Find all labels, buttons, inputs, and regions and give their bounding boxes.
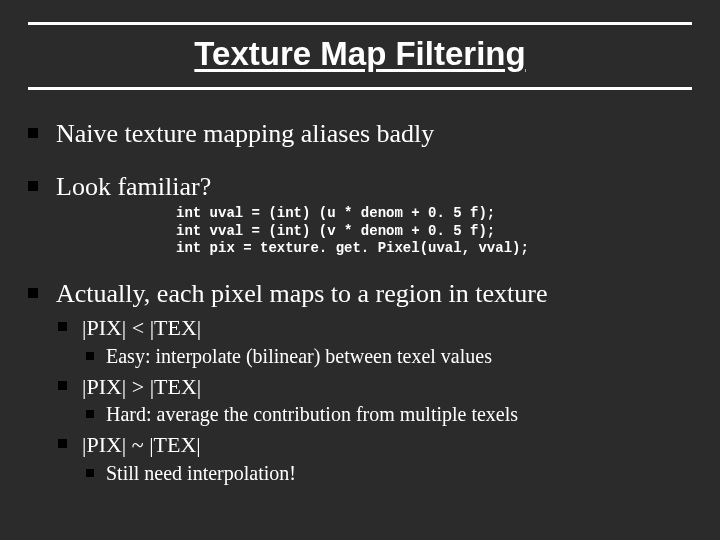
bullet-item: Actually, each pixel maps to a region in… [28, 278, 692, 486]
sub-sub-text: Hard: average the contribution from mult… [106, 403, 518, 425]
sub-sub-item: Hard: average the contribution from mult… [82, 402, 692, 427]
sub-text: |PIX| ~ |TEX| [82, 432, 201, 457]
bullet-text: Naive texture mapping aliases badly [56, 119, 434, 148]
sub-sub-text: Still need interpolation! [106, 462, 296, 484]
bullet-item: Naive texture mapping aliases badly [28, 118, 692, 151]
sub-text: |PIX| > |TEX| [82, 374, 201, 399]
bullet-text: Look familiar? [56, 172, 211, 201]
sub-item: |PIX| < |TEX| Easy: interpolate (bilinea… [56, 314, 692, 369]
bullet-item: Look familiar? int uval = (int) (u * den… [28, 171, 692, 258]
title-block: Texture Map Filtering [28, 22, 692, 90]
bullet-text: Actually, each pixel maps to a region in… [56, 279, 547, 308]
sub-item: |PIX| ~ |TEX| Still need interpolation! [56, 431, 692, 486]
code-block: int uval = (int) (u * denom + 0. 5 f); i… [176, 205, 692, 258]
slide-title: Texture Map Filtering [194, 35, 525, 72]
sub-sub-item: Easy: interpolate (bilinear) between tex… [82, 344, 692, 369]
sub-sub-list: Easy: interpolate (bilinear) between tex… [82, 344, 692, 369]
sub-list: |PIX| < |TEX| Easy: interpolate (bilinea… [56, 314, 692, 486]
sub-sub-text: Easy: interpolate (bilinear) between tex… [106, 345, 492, 367]
sub-sub-item: Still need interpolation! [82, 461, 692, 486]
sub-item: |PIX| > |TEX| Hard: average the contribu… [56, 373, 692, 428]
bullet-list: Naive texture mapping aliases badly Look… [28, 118, 692, 486]
slide: Texture Map Filtering Naive texture mapp… [0, 0, 720, 540]
sub-sub-list: Still need interpolation! [82, 461, 692, 486]
sub-sub-list: Hard: average the contribution from mult… [82, 402, 692, 427]
sub-text: |PIX| < |TEX| [82, 315, 201, 340]
